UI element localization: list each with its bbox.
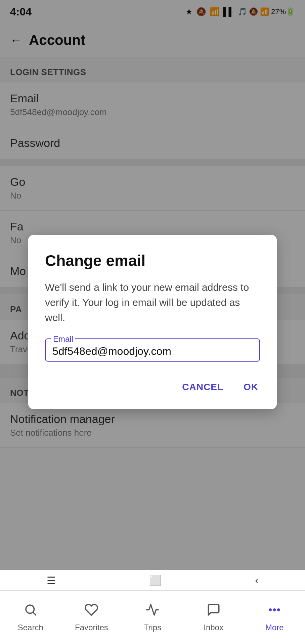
- ok-button[interactable]: OK: [242, 378, 260, 396]
- modal-description: We'll send a link to your new email addr…: [45, 280, 260, 325]
- email-input-wrapper: Email: [45, 338, 260, 362]
- inbox-icon: [207, 603, 221, 620]
- system-nav: ☰ ⬜ ‹: [0, 570, 305, 590]
- nav-favorites-label: Favorites: [75, 623, 108, 632]
- svg-point-4: [277, 608, 280, 611]
- nav-search[interactable]: Search: [0, 603, 61, 632]
- trips-icon: [145, 603, 160, 620]
- sys-menu-button[interactable]: ☰: [47, 575, 56, 586]
- nav-favorites[interactable]: Favorites: [61, 603, 122, 632]
- svg-point-3: [273, 608, 276, 611]
- email-input[interactable]: [52, 345, 253, 358]
- nav-inbox[interactable]: Inbox: [183, 603, 244, 632]
- sys-home-button[interactable]: ⬜: [149, 575, 162, 586]
- more-icon: [267, 603, 281, 620]
- email-input-label: Email: [51, 334, 75, 344]
- modal-title: Change email: [45, 252, 260, 270]
- svg-point-2: [269, 608, 271, 611]
- search-icon: [24, 603, 38, 620]
- nav-more[interactable]: More: [244, 603, 305, 632]
- svg-line-1: [33, 612, 36, 615]
- cancel-button[interactable]: CANCEL: [180, 378, 225, 396]
- nav-trips-label: Trips: [144, 623, 161, 632]
- svg-point-0: [26, 605, 34, 613]
- nav-more-label: More: [265, 623, 284, 632]
- nav-search-label: Search: [18, 623, 43, 632]
- sys-back-button[interactable]: ‹: [255, 575, 258, 586]
- change-email-modal: Change email We'll send a link to your n…: [28, 235, 277, 409]
- heart-icon: [84, 603, 98, 620]
- nav-trips[interactable]: Trips: [122, 603, 183, 632]
- bottom-nav: Search Favorites Trips Inbox: [0, 590, 305, 644]
- nav-inbox-label: Inbox: [204, 623, 223, 632]
- modal-overlay: Change email We'll send a link to your n…: [0, 0, 305, 644]
- modal-actions: CANCEL OK: [45, 378, 260, 396]
